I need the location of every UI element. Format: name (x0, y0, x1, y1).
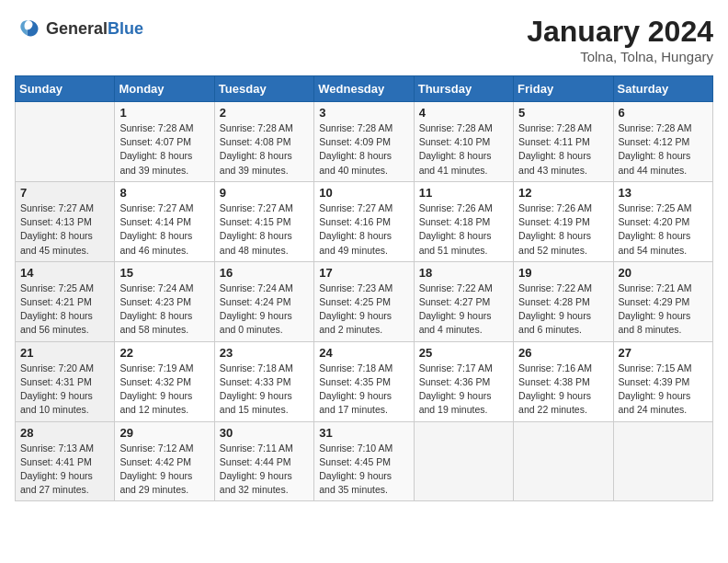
day-number: 24 (319, 346, 408, 360)
calendar-cell: 12Sunrise: 7:26 AMSunset: 4:19 PMDayligh… (514, 181, 613, 261)
day-number: 6 (619, 106, 708, 120)
day-number: 15 (119, 266, 209, 280)
day-number: 21 (20, 346, 109, 360)
day-info: Sunrise: 7:28 AMSunset: 4:12 PMDaylight:… (619, 121, 708, 178)
day-number: 31 (319, 426, 408, 440)
day-info: Sunrise: 7:10 AMSunset: 4:45 PMDaylight:… (319, 442, 408, 498)
day-number: 30 (220, 426, 309, 440)
day-info: Sunrise: 7:28 AMSunset: 4:11 PMDaylight:… (518, 121, 608, 178)
day-number: 29 (119, 426, 209, 440)
calendar-cell: 10Sunrise: 7:27 AMSunset: 4:16 PMDayligh… (314, 181, 414, 261)
day-number: 25 (419, 346, 508, 360)
day-number: 2 (220, 106, 309, 120)
calendar-cell: 17Sunrise: 7:23 AMSunset: 4:25 PMDayligh… (314, 261, 414, 341)
calendar-cell: 1Sunrise: 7:28 AMSunset: 4:07 PMDaylight… (115, 102, 214, 182)
day-number: 7 (20, 186, 109, 200)
calendar-cell (613, 421, 712, 501)
day-info: Sunrise: 7:13 AMSunset: 4:41 PMDaylight:… (20, 442, 109, 498)
week-row-4: 28Sunrise: 7:13 AMSunset: 4:41 PMDayligh… (16, 421, 713, 501)
header-area: General Blue January 2024 Tolna, Tolna, … (15, 15, 713, 64)
header-row: SundayMondayTuesdayWednesdayThursdayFrid… (16, 76, 713, 102)
calendar-cell: 11Sunrise: 7:26 AMSunset: 4:18 PMDayligh… (414, 181, 513, 261)
calendar-cell: 22Sunrise: 7:19 AMSunset: 4:32 PMDayligh… (115, 341, 214, 421)
day-info: Sunrise: 7:27 AMSunset: 4:14 PMDaylight:… (119, 201, 209, 258)
calendar-cell: 2Sunrise: 7:28 AMSunset: 4:08 PMDaylight… (214, 102, 313, 182)
day-number: 22 (119, 346, 209, 360)
day-info: Sunrise: 7:24 AMSunset: 4:23 PMDaylight:… (119, 282, 209, 338)
day-info: Sunrise: 7:22 AMSunset: 4:27 PMDaylight:… (419, 282, 508, 338)
day-number: 26 (518, 346, 608, 360)
calendar-cell: 3Sunrise: 7:28 AMSunset: 4:09 PMDaylight… (314, 102, 414, 182)
week-row-2: 14Sunrise: 7:25 AMSunset: 4:21 PMDayligh… (16, 261, 713, 341)
month-title: January 2024 (527, 15, 713, 49)
day-number: 18 (419, 266, 508, 280)
day-info: Sunrise: 7:11 AMSunset: 4:44 PMDaylight:… (220, 442, 309, 498)
day-info: Sunrise: 7:28 AMSunset: 4:08 PMDaylight:… (220, 121, 309, 178)
day-info: Sunrise: 7:21 AMSunset: 4:29 PMDaylight:… (619, 282, 708, 338)
calendar-cell: 25Sunrise: 7:17 AMSunset: 4:36 PMDayligh… (414, 341, 513, 421)
day-info: Sunrise: 7:25 AMSunset: 4:20 PMDaylight:… (619, 201, 708, 258)
day-number: 20 (619, 266, 708, 280)
calendar-cell: 28Sunrise: 7:13 AMSunset: 4:41 PMDayligh… (16, 421, 115, 501)
day-info: Sunrise: 7:19 AMSunset: 4:32 PMDaylight:… (119, 362, 209, 418)
day-number: 13 (619, 186, 708, 200)
calendar-table: SundayMondayTuesdayWednesdayThursdayFrid… (15, 75, 713, 501)
col-header-wednesday: Wednesday (314, 76, 414, 102)
day-number: 27 (619, 346, 708, 360)
day-info: Sunrise: 7:25 AMSunset: 4:21 PMDaylight:… (20, 282, 109, 338)
day-info: Sunrise: 7:27 AMSunset: 4:16 PMDaylight:… (319, 201, 408, 258)
day-info: Sunrise: 7:28 AMSunset: 4:10 PMDaylight:… (419, 121, 508, 178)
col-header-tuesday: Tuesday (214, 76, 313, 102)
day-number: 10 (319, 186, 408, 200)
day-number: 9 (220, 186, 309, 200)
calendar-cell: 6Sunrise: 7:28 AMSunset: 4:12 PMDaylight… (613, 102, 712, 182)
calendar-cell: 20Sunrise: 7:21 AMSunset: 4:29 PMDayligh… (613, 261, 712, 341)
week-row-3: 21Sunrise: 7:20 AMSunset: 4:31 PMDayligh… (16, 341, 713, 421)
day-number: 23 (220, 346, 309, 360)
calendar-cell: 15Sunrise: 7:24 AMSunset: 4:23 PMDayligh… (115, 261, 214, 341)
calendar-cell: 23Sunrise: 7:18 AMSunset: 4:33 PMDayligh… (214, 341, 313, 421)
day-number: 11 (419, 186, 508, 200)
day-number: 3 (319, 106, 408, 120)
day-number: 14 (20, 266, 109, 280)
day-info: Sunrise: 7:12 AMSunset: 4:42 PMDaylight:… (119, 442, 209, 498)
calendar-cell: 8Sunrise: 7:27 AMSunset: 4:14 PMDaylight… (115, 181, 214, 261)
col-header-sunday: Sunday (16, 76, 115, 102)
day-info: Sunrise: 7:24 AMSunset: 4:24 PMDaylight:… (220, 282, 309, 338)
day-info: Sunrise: 7:15 AMSunset: 4:39 PMDaylight:… (619, 362, 708, 418)
day-info: Sunrise: 7:18 AMSunset: 4:33 PMDaylight:… (220, 362, 309, 418)
day-info: Sunrise: 7:28 AMSunset: 4:09 PMDaylight:… (319, 121, 408, 178)
calendar-cell: 9Sunrise: 7:27 AMSunset: 4:15 PMDaylight… (214, 181, 313, 261)
calendar-cell: 4Sunrise: 7:28 AMSunset: 4:10 PMDaylight… (414, 102, 513, 182)
day-info: Sunrise: 7:23 AMSunset: 4:25 PMDaylight:… (319, 282, 408, 338)
day-info: Sunrise: 7:26 AMSunset: 4:19 PMDaylight:… (518, 201, 608, 258)
day-info: Sunrise: 7:27 AMSunset: 4:15 PMDaylight:… (220, 201, 309, 258)
day-info: Sunrise: 7:26 AMSunset: 4:18 PMDaylight:… (419, 201, 508, 258)
day-number: 1 (119, 106, 209, 120)
calendar-cell: 24Sunrise: 7:18 AMSunset: 4:35 PMDayligh… (314, 341, 414, 421)
calendar-cell: 16Sunrise: 7:24 AMSunset: 4:24 PMDayligh… (214, 261, 313, 341)
col-header-friday: Friday (514, 76, 613, 102)
col-header-thursday: Thursday (414, 76, 513, 102)
day-info: Sunrise: 7:27 AMSunset: 4:13 PMDaylight:… (20, 201, 109, 258)
day-info: Sunrise: 7:28 AMSunset: 4:07 PMDaylight:… (119, 121, 209, 178)
calendar-cell: 30Sunrise: 7:11 AMSunset: 4:44 PMDayligh… (214, 421, 313, 501)
logo-blue: Blue (108, 19, 143, 39)
day-info: Sunrise: 7:22 AMSunset: 4:28 PMDaylight:… (518, 282, 608, 338)
col-header-monday: Monday (115, 76, 214, 102)
calendar-cell: 7Sunrise: 7:27 AMSunset: 4:13 PMDaylight… (16, 181, 115, 261)
logo-general: General (46, 19, 108, 39)
day-info: Sunrise: 7:18 AMSunset: 4:35 PMDaylight:… (319, 362, 408, 418)
day-info: Sunrise: 7:17 AMSunset: 4:36 PMDaylight:… (419, 362, 508, 418)
logo-icon (15, 15, 42, 42)
week-row-0: 1Sunrise: 7:28 AMSunset: 4:07 PMDaylight… (16, 102, 713, 182)
calendar-cell: 26Sunrise: 7:16 AMSunset: 4:38 PMDayligh… (514, 341, 613, 421)
calendar-cell: 27Sunrise: 7:15 AMSunset: 4:39 PMDayligh… (613, 341, 712, 421)
day-number: 28 (20, 426, 109, 440)
day-info: Sunrise: 7:20 AMSunset: 4:31 PMDaylight:… (20, 362, 109, 418)
day-number: 19 (518, 266, 608, 280)
calendar-cell (514, 421, 613, 501)
logo: General Blue (15, 15, 143, 42)
week-row-1: 7Sunrise: 7:27 AMSunset: 4:13 PMDaylight… (16, 181, 713, 261)
day-number: 5 (518, 106, 608, 120)
